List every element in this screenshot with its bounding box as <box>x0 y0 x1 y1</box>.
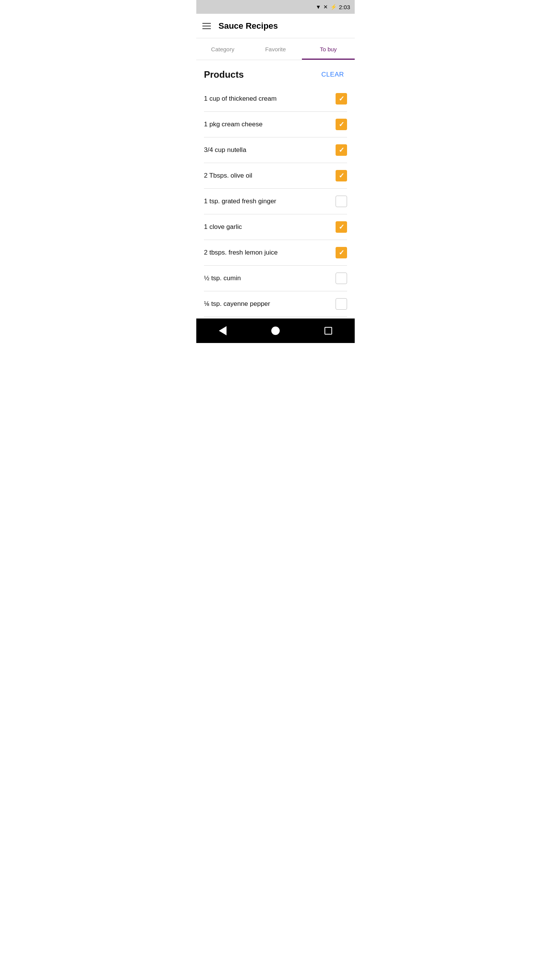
list-item[interactable]: 2 Tbsps. olive oil✓ <box>204 163 347 189</box>
hamburger-line-2 <box>202 26 211 26</box>
tab-to-buy[interactable]: To buy <box>302 38 355 60</box>
list-item[interactable]: 2 tbsps. fresh lemon juice✓ <box>204 240 347 266</box>
checkmark-icon: ✓ <box>339 249 344 256</box>
checkmark-icon: ✓ <box>339 172 344 179</box>
list-item[interactable]: 1 cup of thickened cream✓ <box>204 86 347 112</box>
product-label: ⅛ tsp. cayenne pepper <box>204 300 336 308</box>
tab-favorite[interactable]: Favorite <box>249 38 302 60</box>
hamburger-line-3 <box>202 28 211 29</box>
clear-button[interactable]: CLEAR <box>318 69 347 80</box>
product-label: 3/4 cup nutella <box>204 146 336 154</box>
product-list: 1 cup of thickened cream✓1 pkg cream che… <box>204 86 347 317</box>
product-checkbox[interactable]: ✓ <box>336 144 347 156</box>
checkmark-icon: ✓ <box>339 147 344 154</box>
recents-button[interactable] <box>320 322 337 339</box>
home-button[interactable] <box>267 322 284 339</box>
hamburger-line-1 <box>202 23 211 24</box>
product-label: ½ tsp. cumin <box>204 274 336 282</box>
list-item[interactable]: ⅛ tsp. cayenne pepper <box>204 291 347 317</box>
product-label: 2 Tbsps. olive oil <box>204 172 336 180</box>
product-checkbox[interactable]: ✓ <box>336 247 347 258</box>
tab-category[interactable]: Category <box>196 38 249 60</box>
bottom-nav-bar <box>196 318 355 343</box>
products-title: Products <box>204 69 244 80</box>
checkmark-icon: ✓ <box>339 121 344 128</box>
product-checkbox[interactable] <box>336 196 347 207</box>
product-checkbox[interactable]: ✓ <box>336 221 347 233</box>
list-item[interactable]: 1 clove garlic✓ <box>204 214 347 240</box>
product-checkbox[interactable] <box>336 273 347 284</box>
menu-button[interactable] <box>202 23 211 29</box>
back-icon <box>219 326 227 335</box>
battery-icon: ⚡ <box>330 4 337 10</box>
list-item[interactable]: 1 pkg cream cheese✓ <box>204 112 347 137</box>
main-content: Products CLEAR 1 cup of thickened cream✓… <box>196 60 355 318</box>
tab-bar: Category Favorite To buy <box>196 38 355 60</box>
product-checkbox[interactable]: ✓ <box>336 170 347 181</box>
product-label: 2 tbsps. fresh lemon juice <box>204 249 336 256</box>
product-checkbox[interactable] <box>336 298 347 310</box>
back-button[interactable] <box>214 322 231 339</box>
checkmark-icon: ✓ <box>339 224 344 230</box>
list-item[interactable]: 1 tsp. grated fresh ginger <box>204 189 347 214</box>
product-label: 1 tsp. grated fresh ginger <box>204 198 336 205</box>
status-bar: ▼ ✕ ⚡ 2:03 <box>196 0 355 14</box>
app-bar: Sauce Recipes <box>196 14 355 38</box>
wifi-icon: ▼ <box>316 4 321 10</box>
product-label: 1 cup of thickened cream <box>204 95 336 103</box>
product-checkbox[interactable]: ✓ <box>336 93 347 105</box>
signal-icon: ✕ <box>323 4 328 10</box>
status-time: 2:03 <box>339 4 350 10</box>
home-icon <box>271 327 280 335</box>
product-label: 1 pkg cream cheese <box>204 121 336 128</box>
list-item[interactable]: 3/4 cup nutella✓ <box>204 137 347 163</box>
list-item[interactable]: ½ tsp. cumin <box>204 266 347 291</box>
product-label: 1 clove garlic <box>204 223 336 231</box>
recents-icon <box>324 327 332 335</box>
app-title: Sauce Recipes <box>218 21 278 31</box>
products-header: Products CLEAR <box>204 60 347 86</box>
product-checkbox[interactable]: ✓ <box>336 119 347 130</box>
checkmark-icon: ✓ <box>339 95 344 102</box>
